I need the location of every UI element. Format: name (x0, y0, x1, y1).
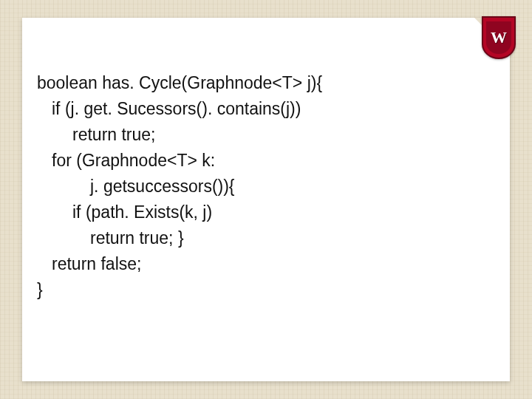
slide-card: boolean has. Cycle(Graphnode<T> j){ if (… (22, 18, 510, 381)
code-line-7: return true; } (37, 225, 184, 251)
code-line-4: for (Graphnode<T> k: (37, 148, 215, 174)
crest-inner-shield: W (486, 21, 511, 54)
code-line-5: j. getsuccessors()){ (37, 174, 235, 200)
code-line-1: boolean has. Cycle(Graphnode<T> j){ (37, 73, 322, 92)
code-line-9: } (37, 280, 43, 299)
code-line-2: if (j. get. Sucessors(). contains(j)) (37, 96, 301, 122)
code-line-6: if (path. Exists(k, j) (37, 200, 212, 225)
code-line-3: return true; (37, 122, 156, 148)
university-crest-icon: W (482, 16, 516, 59)
code-block: boolean has. Cycle(Graphnode<T> j){ if (… (37, 44, 322, 303)
crest-letter: W (491, 28, 507, 47)
code-line-8: return false; (37, 251, 141, 277)
